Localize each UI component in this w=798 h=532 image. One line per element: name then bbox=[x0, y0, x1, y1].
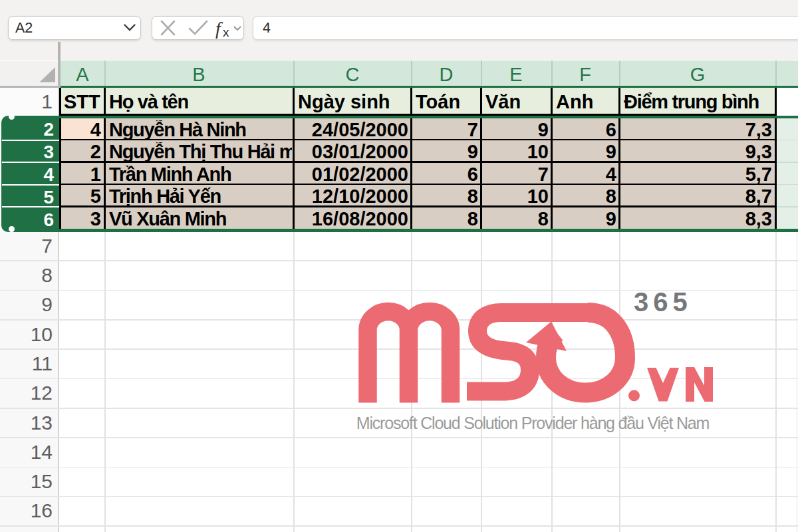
svg-text:365: 365 bbox=[634, 289, 692, 317]
svg-text:f: f bbox=[215, 18, 223, 39]
svg-text:x: x bbox=[223, 25, 229, 39]
